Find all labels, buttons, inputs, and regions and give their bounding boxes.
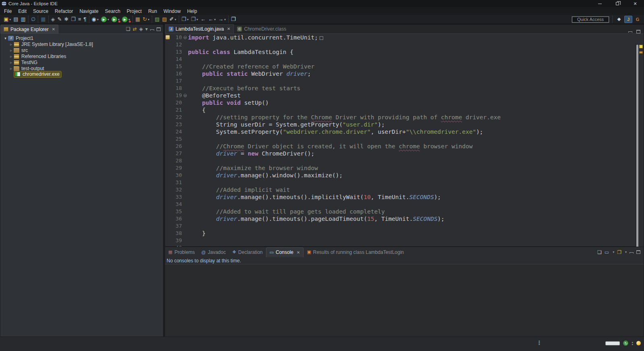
last-edit-location-button[interactable]: ← bbox=[200, 16, 206, 23]
menu-source[interactable]: Source bbox=[30, 8, 52, 15]
line-number[interactable]: 39 bbox=[171, 237, 182, 244]
tree-item-jre-system-library-javase-1-8-[interactable]: ▹JRE System Library [JavaSE-1.8] bbox=[0, 41, 163, 47]
line-number[interactable]: 35 bbox=[171, 208, 182, 215]
editor-tab-chromedriver-class[interactable]: CChromeDriver.class bbox=[234, 24, 289, 33]
maximize-editor-button[interactable] bbox=[636, 30, 640, 33]
minimize-editor-button[interactable] bbox=[628, 31, 632, 33]
fold-collapse-icon[interactable] bbox=[184, 94, 187, 97]
tree-collapsed-arrow-icon[interactable]: ▹ bbox=[8, 66, 14, 71]
fold-collapse-icon[interactable] bbox=[184, 36, 187, 39]
save-all-button[interactable]: ▥ bbox=[20, 16, 27, 23]
background-job-icon[interactable]: ↻ bbox=[623, 341, 628, 346]
tree-collapsed-arrow-icon[interactable]: ▹ bbox=[8, 54, 14, 58]
forward-button[interactable]: →▾ bbox=[217, 16, 227, 23]
run-button[interactable]: ▶▾ bbox=[100, 16, 110, 23]
menu-search[interactable]: Search bbox=[102, 8, 124, 15]
chevron-down-icon[interactable]: ▾ bbox=[107, 18, 109, 21]
tree-item-project1[interactable]: ▾JProject1 bbox=[0, 35, 163, 41]
code-line-37[interactable]: 37 bbox=[165, 222, 644, 230]
tree-collapsed-arrow-icon[interactable]: ▹ bbox=[8, 42, 14, 46]
code-line-23[interactable]: 23 String userDir = System.getProperty("… bbox=[165, 121, 644, 128]
run-settings-button[interactable]: ✱ bbox=[63, 16, 69, 23]
code-line-35[interactable]: 35 //Added to wait till page gets loaded… bbox=[165, 208, 644, 215]
code-line-30[interactable]: 30 driver.manage().window().maximize(); bbox=[165, 172, 644, 179]
code-line-25[interactable]: 25 bbox=[165, 135, 644, 143]
copy-view-button[interactable]: ❐ bbox=[70, 16, 76, 23]
line-number[interactable]: 17 bbox=[171, 77, 182, 85]
menu-file[interactable]: File bbox=[1, 8, 15, 15]
chevron-down-icon[interactable]: ▾ bbox=[613, 250, 614, 254]
close-icon[interactable]: ✕ bbox=[227, 27, 230, 31]
view-menu-icon[interactable]: ▾ bbox=[145, 26, 148, 32]
line-number[interactable]: 32 bbox=[171, 186, 182, 193]
line-number[interactable]: 10 bbox=[171, 34, 182, 41]
menu-navigate[interactable]: Navigate bbox=[76, 8, 101, 15]
chevron-down-icon[interactable]: ▾ bbox=[148, 18, 149, 21]
focus-on-active-task-icon[interactable]: ◈ bbox=[139, 26, 143, 32]
line-number[interactable]: 36 bbox=[171, 215, 182, 222]
tree-collapsed-arrow-icon[interactable]: ▹ bbox=[8, 48, 14, 52]
line-number[interactable]: 13 bbox=[171, 48, 182, 56]
code-line-10[interactable]: 10import java.util.concurrent.TimeUnit; bbox=[165, 34, 644, 41]
testng-convert-button[interactable]: ↻▾ bbox=[142, 16, 150, 23]
code-line-29[interactable]: 29 //maximize the browser window bbox=[165, 164, 644, 172]
git-perspective-button[interactable]: G bbox=[634, 16, 642, 23]
code-line-24[interactable]: 24 System.setProperty("webdriver.chrome.… bbox=[165, 128, 644, 135]
code-line-28[interactable]: 28 bbox=[165, 157, 644, 164]
clean-up-button[interactable]: ✎ bbox=[57, 16, 63, 23]
display-selected-console-icon[interactable]: ▭ bbox=[605, 249, 609, 255]
collapse-all-icon[interactable]: ❏ bbox=[126, 26, 130, 32]
code-line-16[interactable]: 16 public static WebDriver driver; bbox=[165, 70, 644, 77]
vertical-scrollbar[interactable] bbox=[636, 45, 638, 247]
menu-edit[interactable]: Edit bbox=[15, 8, 30, 15]
menu-run[interactable]: Run bbox=[145, 8, 160, 15]
tree-item-referenced-libraries[interactable]: ▹Referenced Libraries bbox=[0, 53, 163, 59]
open-web-browser-button[interactable]: ❐ bbox=[230, 16, 237, 23]
close-icon[interactable]: ✕ bbox=[52, 27, 55, 31]
previous-annotation-button[interactable]: ❐▾ bbox=[190, 16, 199, 23]
console-tab-problems[interactable]: ▦Problems bbox=[165, 247, 198, 257]
line-number[interactable]: 23 bbox=[171, 121, 182, 128]
search-button[interactable]: ✐▾ bbox=[169, 16, 177, 23]
open-type-button[interactable]: ▨ bbox=[154, 16, 160, 23]
console-tab-console[interactable]: ▭Console✕ bbox=[266, 247, 304, 257]
code-line-34[interactable]: 34 bbox=[165, 201, 644, 208]
import-annotation-icon[interactable] bbox=[165, 35, 170, 39]
tab-package-explorer[interactable]: Package Explorer ✕ bbox=[0, 25, 58, 33]
back-button[interactable]: ←▾ bbox=[207, 16, 217, 23]
chevron-down-icon[interactable]: ▾ bbox=[214, 18, 216, 21]
line-number[interactable]: 19 bbox=[171, 92, 182, 99]
chevron-down-icon[interactable]: ▾ bbox=[97, 18, 99, 21]
line-number[interactable]: 26 bbox=[171, 143, 182, 150]
line-number[interactable]: 14 bbox=[171, 56, 182, 63]
next-annotation-button[interactable]: ❐▾ bbox=[181, 16, 190, 23]
line-number[interactable]: 33 bbox=[171, 193, 182, 201]
quick-access-box[interactable]: Quick Access bbox=[572, 17, 609, 23]
tree-item-src[interactable]: ▹src bbox=[0, 47, 163, 53]
line-number[interactable]: 12 bbox=[171, 41, 182, 48]
code-line-27[interactable]: 27 driver = new ChromeDriver(); bbox=[165, 150, 644, 157]
pin-console-icon[interactable]: ❏ bbox=[597, 249, 602, 255]
collapsed-region-icon[interactable] bbox=[320, 36, 323, 40]
link-with-editor-icon[interactable]: ⇄ bbox=[133, 26, 137, 32]
overview-marker-warning[interactable] bbox=[639, 51, 643, 54]
chevron-down-icon[interactable]: ▾ bbox=[196, 18, 198, 21]
code-line-19[interactable]: 19 @BeforeTest bbox=[165, 92, 644, 99]
code-line-18[interactable]: 18 //Execute before test starts bbox=[165, 85, 644, 92]
line-number[interactable]: 15 bbox=[171, 63, 182, 70]
line-number[interactable]: 27 bbox=[171, 150, 182, 157]
line-number[interactable]: 28 bbox=[171, 157, 182, 164]
maximize-console-button[interactable] bbox=[636, 250, 640, 254]
code-line-36[interactable]: 36 driver.manage().timeouts().pageLoadTi… bbox=[165, 215, 644, 222]
minimize-window-button[interactable] bbox=[591, 0, 609, 7]
fold-marker[interactable] bbox=[182, 92, 188, 99]
line-number[interactable]: 21 bbox=[171, 106, 182, 114]
line-number[interactable]: 31 bbox=[171, 179, 182, 186]
chevron-down-icon[interactable]: ▾ bbox=[175, 18, 176, 21]
maximize-view-button[interactable] bbox=[157, 27, 161, 31]
line-number[interactable]: 37 bbox=[171, 222, 182, 230]
code-line-38[interactable]: 38 } bbox=[165, 230, 644, 237]
show-list-button[interactable]: ≡ bbox=[77, 16, 82, 23]
line-number[interactable]: 16 bbox=[171, 70, 182, 77]
tree-item-chromedriver-exe[interactable]: chromedriver.exe bbox=[0, 71, 163, 77]
